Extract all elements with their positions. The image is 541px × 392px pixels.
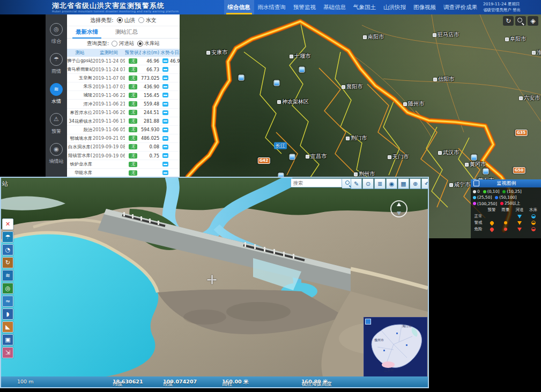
side-tool-button[interactable]: ⇲ [2, 347, 13, 358]
table-row[interactable]: 界首潭水位 2019-11-06 20 无 244.51 [67, 109, 180, 117]
water-level: 436.90 [141, 84, 160, 89]
viewer-tool-button[interactable]: ≣ [374, 178, 386, 189]
status-cell: 无 [125, 110, 141, 115]
panel-tab[interactable]: 测站汇总 [107, 26, 146, 38]
legend-grid-column: 水库 [529, 207, 537, 213]
city-name: 安康市 [211, 49, 227, 56]
side-tool-button[interactable]: ◎ [2, 283, 13, 294]
legend-scale-item: 0 [473, 189, 480, 194]
water-level: 0.75 [141, 153, 160, 159]
station-name: 狮子山gps站 [67, 58, 93, 64]
water-level: 0.08 [141, 144, 160, 149]
table-row[interactable]: 华能水库 无 [67, 169, 180, 177]
status-cell: 无 [125, 67, 141, 72]
station-marker[interactable] [274, 80, 280, 86]
side-tool-button[interactable]: ≈ [2, 296, 13, 307]
viewer-tool-button[interactable]: ⊙ [362, 178, 374, 189]
table-row[interactable]: 殷治 2019-11-06 05 无 594.930 [67, 126, 180, 134]
city-name: 十堰市 [294, 52, 310, 60]
side-tool-button[interactable]: ◔ [2, 244, 13, 255]
menu-item[interactable]: 山洪快报 [380, 0, 410, 14]
user-logout-link[interactable]: 省级管理员用户 登出 [483, 7, 538, 13]
sidebar-item-icon: ☂ [50, 53, 63, 66]
table-row[interactable]: 铁炉垒水库 无 [67, 160, 180, 169]
trend-steady-icon [162, 145, 168, 149]
viewer-tool-button[interactable]: ↶ [421, 178, 428, 189]
legend-scale-item: 250以上 [500, 201, 520, 206]
query-type-radio[interactable]: 河道站 [112, 40, 135, 47]
map-control-icon[interactable]: ↻ [503, 16, 514, 26]
table-row[interactable]: 34花桥镇水 2019-11-06 17 无 281.88 [67, 117, 180, 126]
app-subtitle: Hubei provincial mountain torrent disast… [52, 10, 179, 13]
viewer-tool-button[interactable]: ⊕ [410, 178, 421, 189]
city-label: 神农架林区 [277, 98, 309, 105]
menu-item[interactable]: 雨水情查询 [254, 0, 290, 14]
table-row[interactable]: 青马桥雨量站 2019-11-24 07 无 66.73 [67, 65, 180, 74]
side-tool-button[interactable]: ◣ [2, 321, 13, 333]
monitor-time: 2019-11-07 03 [93, 84, 125, 89]
legend-symbol-half-circle [531, 221, 536, 225]
map-control-icon[interactable] [515, 16, 526, 26]
side-tool-button[interactable]: ≋ [2, 270, 13, 281]
water-level: 156.45 [141, 93, 160, 98]
search-input[interactable] [291, 178, 342, 187]
table-row[interactable]: 城陵 2019-11-06 22 无 156.45 [67, 91, 180, 100]
filter-type-radio[interactable]: 山洪 [117, 17, 135, 24]
menu-item[interactable]: 图像视频 [410, 0, 440, 14]
viewer-tool-button[interactable]: ▦ [398, 178, 409, 189]
table-row[interactable]: 狮子山gps站 2019-11-24 09 无 46.96 46.99 [67, 57, 180, 65]
table-row[interactable]: 鄂城垴水库 2019-09-21 05 无 486.025 [67, 134, 180, 143]
inset-overview-map[interactable]: 海口市儋州市三亚市 [364, 317, 427, 376]
sidebar-item-icon: ◎ [50, 23, 63, 36]
station-marker[interactable] [483, 169, 489, 175]
menu-item[interactable]: 气象国土 [350, 0, 380, 14]
legend-collapse-icon[interactable] [473, 180, 479, 186]
side-tool-button[interactable]: ☂ [2, 231, 13, 243]
river-label: 长江 [274, 142, 287, 149]
side-tool-button[interactable]: ◗ [2, 308, 13, 320]
radio-icon [137, 41, 143, 47]
status-badge: 无 [129, 162, 137, 167]
table-row[interactable]: 潭冲 2019-11-06 21 无 559.48 [67, 100, 180, 108]
elevation-readout: 高程 160.00 米 [222, 379, 248, 386]
filter-type-radio[interactable]: 水文 [138, 17, 157, 24]
table-row[interactable]: 白水洞水库( 2019-09-19 08 无 0.08 [67, 143, 180, 152]
menu-item[interactable]: 基础信息 [320, 0, 350, 14]
viewer-tool-button[interactable]: ◉ [386, 178, 397, 189]
sidebar-item[interactable]: ⚠ 预警 [46, 109, 67, 139]
panel-tab[interactable]: 最新水情 [67, 26, 107, 38]
station-marker[interactable] [290, 154, 295, 160]
scene-3d[interactable]: 站 ✎⊙≣◉▦⊕↶ ✕☂◔↻≋◎≈◗◣▣⇲ [1, 178, 428, 376]
sidebar-item[interactable]: ◎ 综合 [46, 19, 67, 49]
sidebar-item[interactable]: ◉ 墒情站 [46, 139, 67, 169]
station-marker[interactable] [299, 67, 305, 73]
status-cell: 无 [125, 93, 141, 98]
station-panel: 选择类型: 山洪 水文 最新水情测站汇总 查询类型: 河道站 水库站 [67, 14, 180, 177]
status-badge: 无 [129, 101, 137, 107]
sidebar-item[interactable]: ☂ 雨情 [46, 49, 67, 79]
table-row[interactable]: 朱乐 2019-11-07 03 无 436.90 [67, 82, 180, 91]
table-body: 狮子山gps站 2019-11-24 09 无 46.96 46.99 青马桥雨… [67, 57, 180, 177]
station-marker[interactable] [471, 155, 477, 161]
menu-item[interactable]: 综合信息 [224, 0, 254, 14]
side-tool-button[interactable]: ▣ [2, 334, 13, 345]
map-control-icon[interactable]: ◈ [528, 16, 538, 26]
trend-cell [160, 119, 170, 124]
side-tool-button[interactable]: ↻ [2, 257, 13, 268]
sidebar-item-label: 预警 [51, 128, 61, 135]
menu-item[interactable]: 预警监视 [290, 0, 320, 14]
water-level: 486.025 [141, 135, 160, 141]
table-row[interactable]: 玉皇阁 2019-11-07 08 无 773.025 [67, 74, 180, 82]
viewer-tool-button[interactable]: ✎ [351, 178, 362, 189]
side-tool-icon: ◗ [6, 311, 10, 318]
table-row[interactable]: 陆镇雷水库( 2019-09-19 06 无 0.75 [67, 152, 180, 160]
status-cell: 无 [125, 84, 141, 89]
city-label: 六安市 [519, 94, 540, 102]
compass[interactable] [390, 200, 407, 217]
side-tool-button[interactable]: ✕ [2, 218, 13, 230]
menu-item[interactable]: 调查评价成果 [440, 0, 481, 14]
panel-tabs: 最新水情测站汇总 [67, 26, 180, 39]
query-type-radio[interactable]: 水库站 [137, 40, 160, 47]
sidebar-item[interactable]: ≋ 水情 [46, 79, 67, 109]
station-marker[interactable] [239, 75, 244, 81]
